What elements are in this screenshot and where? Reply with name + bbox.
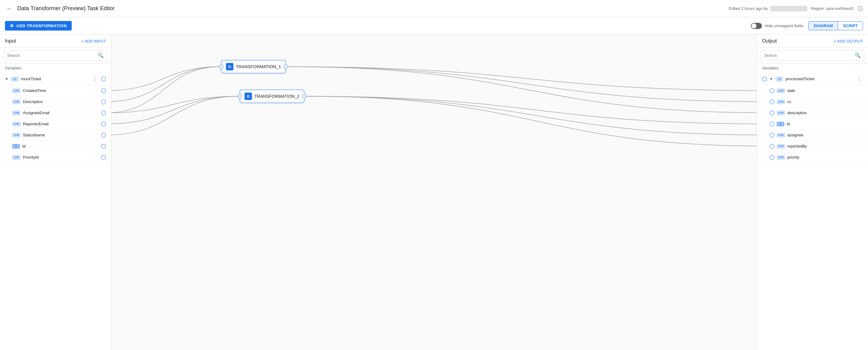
output-field-row-id: D id (757, 118, 868, 130)
diagram-tab[interactable]: DIAGRAM (809, 22, 838, 30)
user-placeholder (770, 6, 807, 11)
hide-unmapped-container: Hide unmapped fields (751, 23, 803, 29)
gear-icon: ⚙ (10, 24, 14, 28)
parent-var-menu[interactable]: ⋮ (91, 75, 99, 82)
hide-unmapped-label: Hide unmapped fields (765, 24, 803, 28)
output-field-type-reportedby: STR (777, 144, 785, 148)
region-label: Region: asia-northeast1 (811, 6, 854, 11)
input-search-container: 🔍 (0, 48, 111, 63)
node1-connector-right[interactable] (283, 65, 288, 69)
field-type-priorityid: STR (12, 155, 21, 160)
output-field-type-priority: STR (777, 155, 785, 160)
output-field-type-date: STR (777, 89, 785, 93)
output-field-row-cc: STR cc (757, 96, 868, 107)
transformation-node-2[interactable]: ⚙ TRANSFORMATION_2 (240, 90, 305, 103)
output-expand-icon[interactable]: ▼ (769, 77, 773, 81)
parent-type-badge: {J} (11, 77, 19, 81)
view-tabs: DIAGRAM SCRIPT (808, 21, 863, 30)
field-connector-assigneeemail[interactable] (101, 110, 106, 115)
output-variables-header: Variables (757, 63, 868, 73)
output-field-name-id: id (787, 121, 863, 126)
output-search-icon[interactable]: 🔍 (855, 53, 861, 58)
output-title: Output (762, 38, 831, 44)
node2-icon: ⚙ (245, 93, 252, 100)
field-name-id: Id (22, 144, 99, 148)
output-field-row-reportedby: STR reportedBy (757, 141, 868, 152)
field-row-id: D Id (0, 141, 111, 152)
input-search-icon[interactable]: 🔍 (98, 53, 104, 58)
field-type-id: D (12, 144, 20, 148)
info-icon: ⓘ (858, 5, 863, 12)
parent-var-connector[interactable] (101, 76, 106, 81)
field-connector-createdtime[interactable] (101, 88, 106, 93)
transformation-node-1[interactable]: ⚙ TRANSFORMATION_1 (221, 60, 286, 73)
output-field-name-cc: cc (787, 99, 863, 104)
output-search-container: 🔍 (757, 48, 868, 63)
hide-unmapped-toggle[interactable] (751, 23, 762, 29)
output-search-wrap: 🔍 (761, 50, 864, 61)
field-name-statusname: StatusName (23, 133, 99, 137)
input-search-input[interactable] (7, 53, 95, 58)
field-row-reporteremail: STR ReporterEmail (0, 118, 111, 130)
output-parent-connector[interactable] (762, 76, 767, 81)
node1-connector-left[interactable] (219, 65, 223, 69)
output-field-name-priority: priority (787, 155, 863, 160)
output-field-row-priority: STR priority (757, 152, 868, 163)
field-row-createdtime: STR CreatedTime (0, 85, 111, 96)
add-transformation-label: ADD TRANSFORMATION (17, 24, 67, 28)
add-input-button[interactable]: + ADD INPUT (81, 39, 106, 43)
input-panel: Input + ADD INPUT 🔍 Variables ▼ {J} mock… (0, 35, 111, 350)
output-field-type-assignee: STR (777, 133, 785, 137)
output-parent-variable: ▼ {J} processedTicket ⋮ (757, 73, 868, 85)
output-panel-header: Output + ADD OUTPUT (757, 35, 868, 48)
page-title: Data Transformer (Preview) Task Editor (17, 5, 725, 12)
field-connector-reporteremail[interactable] (101, 121, 106, 127)
info-button[interactable]: ⓘ (858, 5, 863, 12)
field-name-priorityid: PriorityId (23, 155, 99, 160)
output-field-row-date: STR date (757, 85, 868, 96)
output-field-row-assignee: STR assignee (757, 130, 868, 141)
input-search-wrap: 🔍 (4, 50, 107, 61)
output-parent-var-name: processedTicket (785, 76, 853, 81)
add-output-button[interactable]: + ADD OUTPUT (834, 39, 863, 43)
back-button[interactable]: ← (5, 4, 13, 13)
output-field-type-id: D (777, 122, 784, 126)
output-field-connector-reportedby[interactable] (769, 144, 774, 149)
script-tab[interactable]: SCRIPT (838, 22, 863, 30)
output-field-connector-date[interactable] (769, 88, 774, 93)
expand-icon[interactable]: ▼ (5, 77, 9, 81)
field-row-priorityid: STR PriorityId (0, 152, 111, 163)
node2-connector-right[interactable] (302, 94, 306, 99)
field-connector-statusname[interactable] (101, 133, 106, 138)
output-field-name-reportedby: reportedBy (787, 144, 863, 148)
canvas-svg (111, 35, 757, 350)
input-variables-header: Variables (0, 63, 111, 73)
output-field-connector-assignee[interactable] (769, 133, 774, 138)
toolbar: ⚙ ADD TRANSFORMATION Hide unmapped field… (0, 17, 868, 35)
field-type-assigneeemail: STR (12, 111, 21, 115)
output-parent-var-menu[interactable]: ⋮ (856, 75, 863, 82)
header: ← Data Transformer (Preview) Task Editor… (0, 0, 868, 17)
add-transformation-button[interactable]: ⚙ ADD TRANSFORMATION (5, 21, 72, 31)
edited-label: Edited 2 hours ago by (728, 6, 768, 11)
field-connector-priorityid[interactable] (101, 155, 106, 160)
field-connector-id[interactable] (101, 144, 106, 149)
field-type-statusname: STR (12, 133, 21, 137)
output-field-connector-description[interactable] (769, 110, 774, 115)
input-variables-section: Variables ▼ {J} mockTicket ⋮ STR Created… (0, 63, 111, 350)
output-field-connector-id[interactable] (769, 121, 774, 127)
output-search-input[interactable] (764, 53, 852, 58)
field-name-createdtime: CreatedTime (23, 88, 99, 93)
output-field-connector-priority[interactable] (769, 155, 774, 160)
canvas-area[interactable]: ⚙ TRANSFORMATION_1 ⚙ TRANSFORMATION_2 (111, 35, 757, 350)
output-parent-type-badge: {J} (776, 77, 783, 81)
header-meta: Edited 2 hours ago by (728, 6, 807, 11)
output-field-type-description: STR (777, 111, 785, 115)
node2-label: TRANSFORMATION_2 (254, 94, 300, 99)
field-row-statusname: STR StatusName (0, 130, 111, 141)
input-title: Input (5, 38, 79, 44)
node2-connector-left[interactable] (238, 94, 242, 99)
output-field-connector-cc[interactable] (769, 99, 774, 104)
field-connector-description[interactable] (101, 99, 106, 104)
field-name-reporteremail: ReporterEmail (23, 121, 99, 126)
